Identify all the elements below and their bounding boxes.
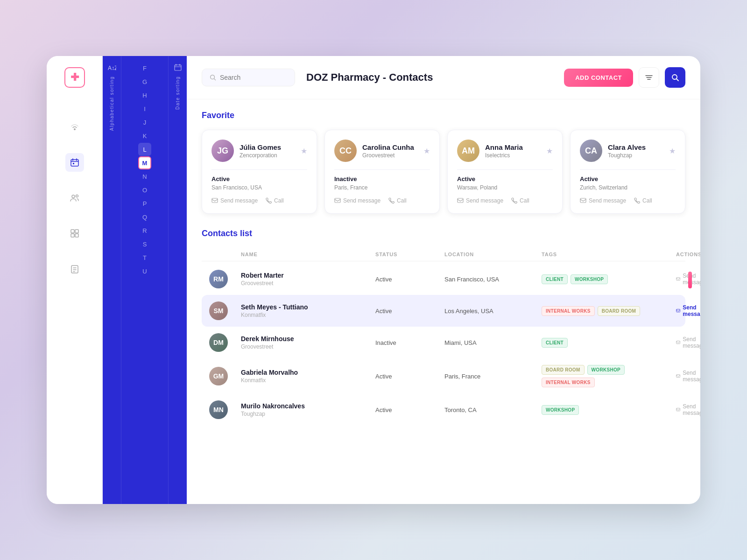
sidebar-icon-clipboard[interactable] [65, 259, 84, 278]
card-company: Groovestreet [362, 152, 414, 159]
alpha-letter-S[interactable]: S [138, 238, 151, 251]
favorites-title: Favorite [202, 111, 685, 120]
card-company: Iselectrics [485, 152, 523, 159]
list-send-message-button[interactable]: Send message [676, 403, 700, 416]
table-row[interactable]: RM Robert Marter Groovestreet Active San… [202, 263, 685, 295]
favorite-star-icon[interactable]: ★ [301, 147, 307, 155]
svg-rect-1 [71, 160, 78, 166]
search-bar[interactable] [202, 69, 295, 86]
sidebar-logo[interactable]: ✚ [64, 67, 85, 88]
list-header: NAME STATUS LOCATION TAGS ACTIONS [202, 248, 685, 261]
table-row[interactable]: GM Gabriela Morvalho Konmatfix Active Pa… [202, 358, 685, 394]
send-message-button[interactable]: Send message [580, 197, 626, 204]
card-location: Paris, France [334, 184, 430, 191]
list-actions: Send message Call [676, 336, 700, 349]
add-contact-button[interactable]: ADD CONTACT [564, 69, 633, 87]
favorite-card[interactable]: JG Júlia Gomes Zencorporation ★ Active S… [202, 130, 317, 214]
favorite-star-icon[interactable]: ★ [423, 147, 430, 155]
send-message-button[interactable]: Send message [334, 197, 381, 204]
table-row[interactable]: SM Seth Meyes - Tuttiano Konmatfix Activ… [202, 295, 685, 327]
tags-container: WORKSHOP [542, 405, 672, 415]
card-header: AM Anna Maria Iselectrics ★ [457, 140, 553, 162]
table-row[interactable]: MN Murilo Nakroncalves Toughzap Active T… [202, 394, 685, 426]
card-actions: Send message Call [580, 197, 676, 204]
sidebar-icon-wifi[interactable] [65, 118, 84, 136]
page-title: DOZ Pharmacy - Contacts [306, 71, 564, 84]
tag: CLIENT [542, 274, 568, 284]
list-status: Active [375, 406, 441, 413]
alpha-letter-J[interactable]: J [138, 116, 151, 129]
call-button[interactable]: Call [388, 197, 407, 204]
alpha-letter-N[interactable]: N [138, 170, 151, 183]
tag: INTERNAL WORKS [542, 306, 595, 316]
search-button[interactable] [665, 67, 685, 88]
table-row[interactable]: DM Derek Mirnhouse Groovestreet Inactive… [202, 327, 685, 358]
svg-rect-9 [75, 230, 78, 233]
send-message-button[interactable]: Send message [211, 197, 258, 204]
tag: CLIENT [542, 338, 568, 348]
list-name-cell: Seth Meyes - Tuttiano Konmatfix [241, 303, 372, 318]
list-name-cell: Robert Marter Groovestreet [241, 272, 372, 287]
alpha-letter-I[interactable]: I [138, 102, 151, 115]
sidebar-icon-users[interactable] [65, 189, 84, 207]
favorite-card[interactable]: AM Anna Maria Iselectrics ★ Active Warsa… [447, 130, 563, 214]
list-name-cell: Murilo Nakroncalves Toughzap [241, 402, 372, 417]
list-name: Murilo Nakroncalves [241, 402, 372, 410]
alpha-letter-H[interactable]: H [138, 89, 151, 102]
search-input[interactable] [220, 74, 287, 81]
alpha-sidebar: A↕Z Alphabetical sorting FGHIJKLMNOPQRST… [103, 56, 187, 504]
sidebar-icon-calendar[interactable] [65, 153, 84, 172]
card-avatar: AM [457, 140, 479, 162]
list-avatar-cell: SM [209, 301, 237, 320]
svg-rect-31 [580, 198, 586, 203]
svg-rect-34 [677, 341, 680, 344]
alpha-letter-K[interactable]: K [138, 129, 151, 142]
list-avatar-cell: RM [209, 270, 237, 288]
favorite-star-icon[interactable]: ★ [669, 147, 676, 155]
list-send-message-button[interactable]: Send message [676, 304, 700, 317]
header-actions: ADD CONTACT [564, 67, 685, 88]
list-send-message-button[interactable]: Send message [676, 336, 700, 349]
col-name: NAME [241, 252, 372, 257]
alpha-letter-L[interactable]: L [138, 143, 151, 156]
alpha-letter-R[interactable]: R [138, 224, 151, 237]
sidebar-icon-grid[interactable] [65, 224, 84, 243]
list-name-cell: Gabriela Morvalho Konmatfix [241, 369, 372, 384]
card-status: Active [211, 175, 307, 182]
call-button[interactable]: Call [511, 197, 529, 204]
alpha-letter-T[interactable]: T [138, 251, 151, 264]
alpha-letter-O[interactable]: O [138, 183, 151, 196]
call-button[interactable]: Call [634, 197, 652, 204]
svg-rect-35 [677, 375, 680, 378]
content-area: Favorite JG Júlia Gomes Zencorporation ★… [187, 99, 700, 504]
list-location: San Francisco, USA [444, 276, 538, 283]
list-location: Miami, USA [444, 339, 538, 346]
card-avatar: CA [580, 140, 602, 162]
alpha-letter-G[interactable]: G [138, 75, 151, 88]
card-divider [580, 169, 676, 170]
card-divider [334, 169, 430, 170]
send-message-button[interactable]: Send message [457, 197, 503, 204]
svg-rect-10 [71, 234, 74, 237]
filter-button[interactable] [639, 67, 659, 88]
scroll-indicator [688, 272, 692, 288]
favorite-card[interactable]: CC Carolina Cunha Groovestreet ★ Inactiv… [324, 130, 440, 214]
alpha-letter-P[interactable]: P [138, 197, 151, 210]
alpha-letter-M[interactable]: M [138, 156, 151, 169]
favorites-grid: JG Júlia Gomes Zencorporation ★ Active S… [202, 130, 685, 214]
col-location: LOCATION [444, 252, 538, 257]
avatar-initials: AM [457, 140, 479, 162]
list-avatar-cell: MN [209, 400, 237, 419]
card-avatar: CC [334, 140, 357, 162]
contacts-list: RM Robert Marter Groovestreet Active San… [202, 263, 685, 426]
alpha-letter-F[interactable]: F [138, 62, 151, 75]
card-header: JG Júlia Gomes Zencorporation ★ [211, 140, 307, 162]
list-send-message-button[interactable]: Send message [676, 370, 700, 383]
call-button[interactable]: Call [265, 197, 284, 204]
avatar-initials: GM [209, 367, 228, 385]
alpha-letter-Q[interactable]: Q [138, 210, 151, 224]
alpha-letter-U[interactable]: U [138, 265, 151, 278]
col-actions: ACTIONS [676, 252, 700, 257]
favorite-card[interactable]: CA Clara Alves Toughzap ★ Active Zurich,… [570, 130, 685, 214]
favorite-star-icon[interactable]: ★ [546, 147, 553, 155]
